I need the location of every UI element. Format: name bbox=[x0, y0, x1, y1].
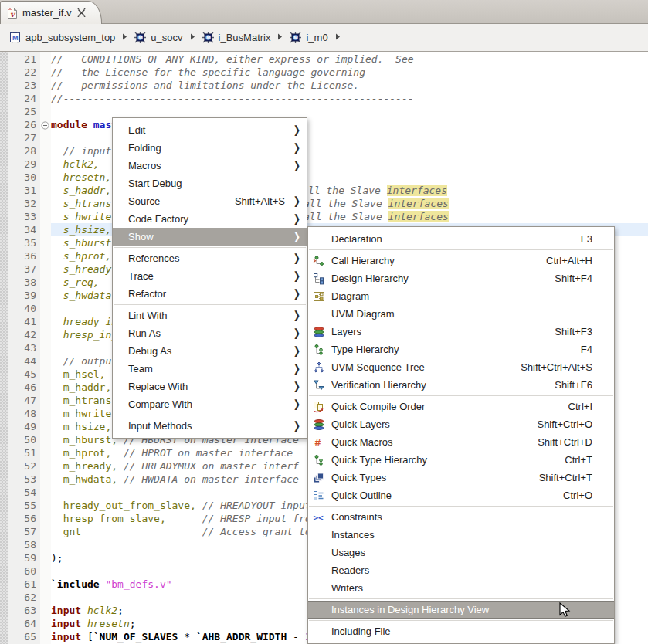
svg-text:#: # bbox=[315, 436, 321, 449]
code-line-22[interactable]: // the License for the specific language… bbox=[51, 66, 648, 79]
menu-item-shortcut: Ctrl+T bbox=[565, 454, 592, 466]
menu-item-references[interactable]: References❯ bbox=[113, 249, 307, 267]
breadcrumb-item-apb-subsystem-top[interactable]: Mapb_subsystem_top bbox=[9, 32, 115, 43]
line-number: 45 bbox=[24, 368, 36, 381]
menu-item-show[interactable]: Show❯ bbox=[113, 228, 307, 246]
menu-item-label: Writers bbox=[331, 582, 363, 594]
menu-item-start-debug[interactable]: Start Debug bbox=[113, 175, 307, 192]
menu-icon-placeholder bbox=[313, 625, 331, 638]
editor-tab[interactable]: v master_if.v bbox=[0, 1, 102, 24]
menu-item-label: Source bbox=[128, 195, 160, 207]
constraints-icon: >< bbox=[313, 511, 331, 524]
menu-item-verification-hierarchy[interactable]: Verification HierarchyShift+F6 bbox=[308, 376, 614, 394]
menu-item-shortcut: Ctrl+Alt+H bbox=[546, 255, 592, 266]
code-line-23[interactable]: // permissions and limitations under the… bbox=[51, 79, 648, 92]
quick-compile-order-icon bbox=[313, 401, 331, 413]
line-number: 58 bbox=[24, 538, 36, 551]
breadcrumb-label: apb_subsystem_top bbox=[25, 32, 115, 43]
menu-item-debug-as[interactable]: Debug As❯ bbox=[113, 342, 307, 360]
breadcrumb-item-i-busmatrix[interactable]: Mi_BusMatrix bbox=[202, 32, 271, 43]
verilog-file-icon: v bbox=[6, 7, 19, 19]
menu-item-call-hierarchy[interactable]: Call HierarchyCtrl+Alt+H bbox=[308, 252, 614, 269]
menu-item-label: Design Hierarchy bbox=[331, 273, 409, 284]
menu-item-writers[interactable]: Writers bbox=[308, 579, 614, 597]
menu-item-quick-macros[interactable]: #Quick MacrosShift+Ctrl+D bbox=[308, 433, 614, 451]
menu-separator bbox=[309, 506, 613, 507]
line-number: 30 bbox=[24, 171, 36, 184]
breadcrumb-item-u-socv[interactable]: Mu_socv bbox=[134, 32, 182, 43]
menu-item-team[interactable]: Team❯ bbox=[113, 360, 307, 378]
menu-item-source[interactable]: SourceShift+Alt+S❯ bbox=[113, 192, 307, 210]
menu-item-layers[interactable]: LayersShift+F3 bbox=[308, 323, 614, 341]
menu-item-label: Quick Layers bbox=[331, 419, 390, 430]
menu-item-edit[interactable]: Edit❯ bbox=[113, 121, 307, 139]
menu-item-diagram[interactable]: Diagram bbox=[308, 287, 614, 305]
menu-item-including-file[interactable]: Including File bbox=[308, 622, 614, 640]
submenu-arrow-icon: ❯ bbox=[291, 327, 300, 339]
line-number: 35 bbox=[24, 236, 36, 249]
submenu-arrow-icon: ❯ bbox=[291, 195, 300, 207]
menu-item-uvm-diagram[interactable]: UVM Diagram bbox=[308, 305, 614, 323]
menu-item-uvm-sequence-tree[interactable]: UVM Sequence TreeShift+Ctrl+Alt+S bbox=[308, 358, 614, 376]
code-line-24[interactable]: //--------------------------------------… bbox=[51, 92, 648, 105]
menu-item-trace[interactable]: Trace❯ bbox=[113, 267, 307, 285]
menu-item-quick-compile-order[interactable]: Quick Compile OrderCtrl+I bbox=[308, 398, 614, 415]
menu-item-quick-layers[interactable]: Quick LayersShift+Ctrl+O bbox=[308, 415, 614, 433]
menu-item-input-methods[interactable]: Input Methods❯ bbox=[113, 417, 307, 435]
menu-item-shortcut: F3 bbox=[581, 233, 592, 245]
menu-item-code-factory[interactable]: Code Factory❯ bbox=[113, 210, 307, 228]
line-number: 51 bbox=[24, 446, 36, 459]
line-number: 48 bbox=[24, 407, 36, 420]
menu-separator bbox=[309, 598, 613, 599]
menu-item-label: Type Hierarchy bbox=[331, 344, 399, 355]
menu-item-design-hierarchy[interactable]: Design HierarchyShift+F4 bbox=[308, 269, 614, 287]
menu-item-quick-types[interactable]: Quick TypesShift+Ctrl+T bbox=[308, 469, 614, 486]
menu-item-label: Edit bbox=[128, 124, 145, 136]
tab-close-icon[interactable] bbox=[77, 8, 86, 17]
menu-item-refactor[interactable]: Refactor❯ bbox=[113, 285, 307, 303]
menu-item-quick-outline[interactable]: Quick OutlineCtrl+O bbox=[308, 486, 614, 504]
menu-item-shortcut: Ctrl+I bbox=[568, 401, 592, 412]
line-number: 59 bbox=[24, 551, 36, 564]
menu-item-run-as[interactable]: Run As❯ bbox=[113, 324, 307, 342]
menu-item-label: Lint With bbox=[128, 310, 168, 321]
line-number: 61 bbox=[24, 578, 36, 591]
breadcrumb-item-i-m0[interactable]: Mi_m0 bbox=[290, 32, 327, 43]
menu-item-quick-type-hierarchy[interactable]: Quick Type HierarchyCtrl+T bbox=[308, 451, 614, 469]
line-number: 52 bbox=[24, 459, 36, 473]
quick-outline-icon bbox=[313, 490, 331, 502]
menu-separator bbox=[114, 247, 306, 248]
code-line-21[interactable]: // CONDITIONS OF ANY KIND, either expres… bbox=[51, 53, 648, 66]
breadcrumb: Mapb_subsystem_topMu_socvMi_BusMatrixMi_… bbox=[0, 24, 648, 52]
menu-item-replace-with[interactable]: Replace With❯ bbox=[113, 378, 307, 395]
menu-item-declaration[interactable]: DeclarationF3 bbox=[308, 230, 614, 248]
line-number: 32 bbox=[24, 197, 36, 210]
menu-item-type-hierarchy[interactable]: Type HierarchyF4 bbox=[308, 341, 614, 358]
submenu-arrow-icon: ❯ bbox=[291, 287, 300, 300]
line-number: 38 bbox=[24, 276, 36, 289]
menu-item-macros[interactable]: Macros❯ bbox=[113, 157, 307, 175]
line-number: 26 bbox=[24, 118, 36, 131]
menu-item-shortcut: F4 bbox=[581, 344, 592, 355]
mouse-cursor-icon bbox=[559, 602, 575, 622]
menu-item-label: UVM Diagram bbox=[331, 308, 395, 320]
svg-text:M: M bbox=[139, 35, 143, 40]
menu-item-constraints[interactable]: ><Constraints bbox=[308, 508, 614, 526]
menu-icon-placeholder bbox=[313, 308, 331, 320]
menu-item-label: Usages bbox=[331, 547, 365, 558]
menu-separator bbox=[114, 304, 306, 305]
code-line-25[interactable] bbox=[51, 105, 648, 118]
menu-item-usages[interactable]: Usages bbox=[308, 544, 614, 561]
submenu-arrow-icon: ❯ bbox=[291, 419, 300, 432]
menu-item-readers[interactable]: Readers bbox=[308, 561, 614, 579]
menu-item-folding[interactable]: Folding❯ bbox=[113, 139, 307, 157]
menu-item-lint-with[interactable]: Lint With❯ bbox=[113, 307, 307, 324]
line-number: 47 bbox=[24, 394, 36, 407]
quick-type-hierarchy-icon bbox=[313, 454, 331, 466]
menu-item-instances[interactable]: Instances bbox=[308, 526, 614, 544]
breadcrumb-arrow-icon bbox=[122, 33, 127, 42]
menu-item-compare-with[interactable]: Compare With❯ bbox=[113, 395, 307, 413]
fold-collapse-icon[interactable] bbox=[41, 120, 49, 129]
line-number: 63 bbox=[24, 604, 36, 617]
menu-item-shortcut: Shift+Ctrl+Alt+S bbox=[521, 361, 592, 373]
